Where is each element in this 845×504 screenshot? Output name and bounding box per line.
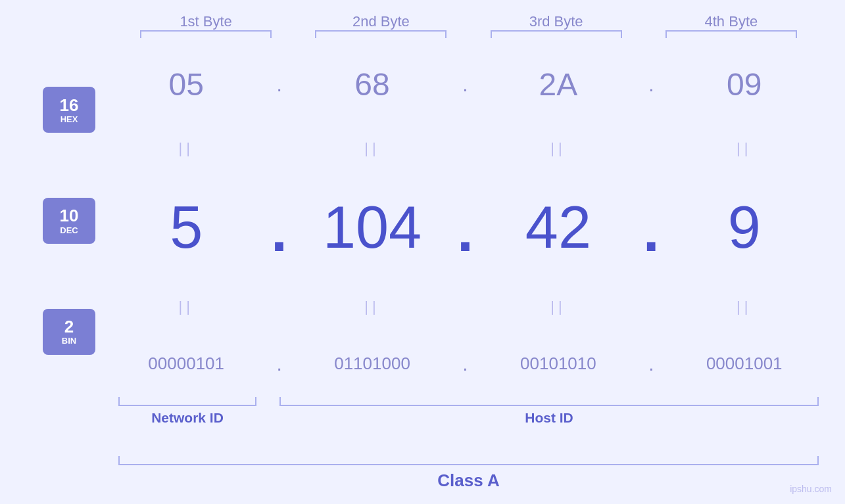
hex-byte1: 05 — [120, 66, 252, 103]
dec-dot2: . — [455, 197, 475, 265]
hex-byte1-value: 05 — [169, 67, 204, 102]
bin-byte1-value: 00000101 — [148, 354, 224, 373]
bin-dot1: . — [270, 353, 289, 375]
dec-byte1: 5 — [120, 194, 252, 262]
dec-byte4: 9 — [679, 194, 810, 262]
eq2-byte4: || — [679, 298, 810, 315]
bin-base-number: 2 — [64, 317, 74, 336]
values-grid: 05 . 68 . 2A . 09 || || — [112, 48, 819, 394]
bottom-section: Network ID Host ID Class A — [26, 397, 819, 491]
bin-badge: 2 BIN — [43, 309, 95, 355]
hex-byte2: 68 — [306, 66, 438, 103]
hex-base-label: HEX — [60, 114, 78, 124]
class-bracket — [118, 456, 819, 465]
hex-byte3: 2A — [493, 66, 624, 103]
hex-dot1: . — [270, 74, 289, 96]
dec-dot3: . — [641, 197, 661, 265]
bin-byte3-value: 00101010 — [520, 354, 596, 373]
bracket-byte3 — [491, 30, 622, 38]
hex-byte3-value: 2A — [539, 67, 578, 102]
class-label: Class A — [118, 470, 819, 491]
dec-byte3-value: 42 — [525, 195, 591, 260]
dec-byte2: 104 — [306, 194, 438, 262]
byte2-header: 2nd Byte — [315, 13, 447, 30]
main-container: 1st Byte 2nd Byte 3rd Byte 4th Byte 16 H… — [0, 0, 845, 504]
id-brackets-container: Network ID Host ID — [118, 397, 819, 436]
bin-dot2: . — [455, 353, 475, 375]
eq-row-2: || || || || — [112, 298, 819, 315]
byte4-header: 4th Byte — [665, 13, 797, 30]
eq-row-1: || || || || — [112, 140, 819, 157]
bin-base-label: BIN — [62, 336, 76, 346]
eq2-byte3: || — [493, 298, 624, 315]
watermark: ipshu.com — [790, 484, 832, 494]
hex-byte4: 09 — [679, 66, 810, 103]
bin-byte2: 01101000 — [306, 354, 438, 374]
eq1-byte2: || — [306, 140, 438, 157]
left-labels: 16 HEX 10 DEC 2 BIN — [26, 48, 112, 394]
dec-badge: 10 DEC — [43, 198, 95, 244]
bracket-byte1 — [140, 30, 272, 38]
byte3-header: 3rd Byte — [491, 13, 622, 30]
dec-byte3: 42 — [493, 194, 624, 262]
bin-dot3: . — [641, 353, 661, 375]
class-section: Class A — [118, 456, 819, 491]
main-content: 16 HEX 10 DEC 2 BIN 05 . 68 — [26, 48, 819, 394]
eq2-byte2: || — [306, 298, 438, 315]
hex-dot3: . — [641, 74, 661, 96]
bracket-byte4 — [665, 30, 797, 38]
bin-byte1: 00000101 — [120, 354, 252, 374]
eq1-byte4: || — [679, 140, 810, 157]
eq1-byte1: || — [120, 140, 252, 157]
dec-dot1: . — [270, 197, 289, 265]
dec-byte4-value: 9 — [728, 195, 761, 260]
bin-byte2-value: 01101000 — [334, 354, 410, 373]
bin-values-row: 00000101 . 01101000 . 00101010 . 0000100… — [112, 353, 819, 375]
bin-byte4: 00001001 — [679, 354, 810, 374]
host-id-bracket — [279, 397, 819, 406]
dec-byte2-value: 104 — [323, 195, 422, 260]
hex-values-row: 05 . 68 . 2A . 09 — [112, 66, 819, 103]
top-brackets — [118, 30, 819, 38]
dec-base-number: 10 — [60, 206, 79, 225]
hex-base-number: 16 — [60, 96, 79, 115]
byte-headers-row: 1st Byte 2nd Byte 3rd Byte 4th Byte — [26, 13, 819, 30]
host-id-label: Host ID — [279, 410, 819, 426]
bin-byte3: 00101010 — [493, 354, 624, 374]
hex-byte2-value: 68 — [354, 67, 389, 102]
network-id-label: Network ID — [118, 410, 256, 426]
dec-base-label: DEC — [60, 225, 78, 235]
eq2-byte1: || — [120, 298, 252, 315]
bracket-byte2 — [315, 30, 447, 38]
byte1-header: 1st Byte — [140, 13, 272, 30]
hex-byte4-value: 09 — [727, 67, 761, 102]
eq1-byte3: || — [493, 140, 624, 157]
bin-byte4-value: 00001001 — [706, 354, 783, 373]
dec-values-row: 5 . 104 . 42 . 9 — [112, 194, 819, 262]
hex-badge: 16 HEX — [43, 87, 95, 133]
hex-dot2: . — [455, 74, 475, 96]
dec-byte1-value: 5 — [170, 195, 203, 260]
network-id-bracket — [118, 397, 256, 406]
